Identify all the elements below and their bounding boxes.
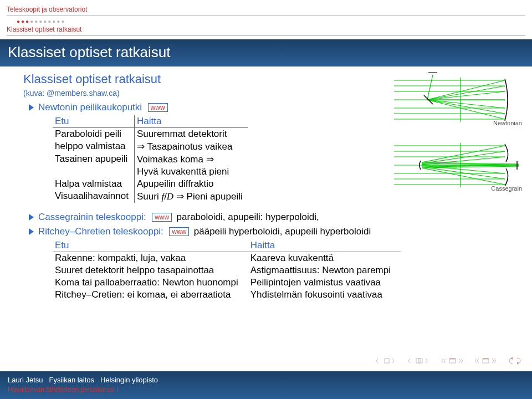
telescope-diagrams: Newtonian	[394, 72, 524, 203]
bullet-newton: Newtonin peilikaukoputki	[38, 102, 142, 112]
breadcrumb-level-1: Teleskoopit ja observatoriot	[7, 4, 525, 14]
bullet-icon	[29, 228, 34, 235]
nav-frame[interactable]	[408, 357, 431, 364]
bullet-icon	[29, 214, 34, 221]
slide-title: Klassiset optiset ratkaisut	[0, 39, 532, 66]
breadcrumb-nav: Teleskoopit ja observatoriot ●●●●●●●●●●●…	[0, 0, 532, 39]
footer-course-line: Havaitsevan tähtitieteen peruskurssi I	[8, 386, 524, 393]
bullet-cassegrain: Cassegrainin teleskooppi:	[38, 212, 146, 222]
slide-footer: Lauri Jetsu Fysiikan laitos Helsingin yl…	[0, 371, 532, 399]
cassegrain-diagram: Cassegrain	[394, 137, 524, 193]
svg-line-31	[422, 168, 505, 185]
table2-header-haitta: Haitta	[248, 239, 401, 252]
svg-line-15	[427, 75, 433, 100]
svg-rect-44	[483, 359, 489, 363]
cassegrain-desc: paraboloidi, apupeili: hyperpoloidi,	[177, 212, 319, 222]
progress-dots: ●●●●●●●●●●●	[7, 18, 525, 24]
nav-subsection[interactable]	[441, 357, 464, 364]
svg-line-26	[422, 146, 505, 162]
bullet-icon	[29, 104, 34, 111]
table-header-etu: Etu	[53, 115, 134, 128]
svg-line-8	[427, 80, 505, 100]
footer-author-line: Lauri Jetsu Fysiikan laitos Helsingin yl…	[8, 376, 524, 384]
svg-line-30	[422, 167, 505, 179]
newton-table: Etu Haitta Paraboloidi peiliSuuremmat de…	[53, 115, 248, 203]
nav-slide[interactable]	[376, 357, 398, 364]
svg-rect-39	[385, 359, 389, 363]
nav-back-forward[interactable]	[508, 357, 522, 365]
www-link-newton[interactable]: www	[148, 103, 168, 112]
svg-line-27	[422, 151, 505, 163]
table2-header-etu: Etu	[53, 239, 248, 252]
nav-section[interactable]	[474, 357, 498, 364]
ritchey-desc: pääpeili hyperboloidi, apupeili hyperbol…	[194, 226, 371, 237]
cassegrain-label: Cassegrain	[491, 185, 522, 192]
svg-rect-42	[449, 359, 456, 363]
www-link-cassegrain[interactable]: www	[152, 213, 172, 222]
beamer-nav	[376, 357, 522, 365]
newtonian-diagram: Newtonian	[394, 72, 524, 127]
www-link-ritchey[interactable]: www	[169, 227, 189, 236]
breadcrumb-level-2: Klassiset optiset ratkaisut	[7, 24, 525, 34]
bullet-ritchey: Ritchey–Chretien teleskooppi:	[38, 226, 163, 237]
comparison-table: Etu Haitta Rakenne: kompakti, luja, vaka…	[53, 239, 401, 301]
svg-line-14	[427, 100, 505, 119]
table-header-haitta: Haitta	[134, 115, 248, 128]
newtonian-label: Newtonian	[493, 120, 522, 126]
